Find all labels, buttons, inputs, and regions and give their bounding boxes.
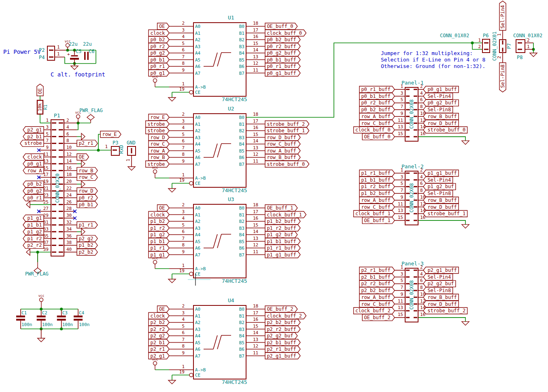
net-label-text: Sel-Pin4 [427, 93, 451, 99]
net-label-text: p0_g2_buff [267, 50, 296, 56]
gnd-symbol[interactable] [168, 189, 176, 192]
pin-number: 11 [398, 299, 403, 304]
net-label-text: p0_b1_buff [361, 93, 390, 99]
net-label-text: p2_g2_buf [267, 333, 293, 339]
pin-number: 30 [66, 213, 72, 218]
junction-dot [471, 42, 474, 44]
pin-name: A2 [195, 219, 200, 224]
net-label-text: p2_g2 [150, 333, 165, 339]
connector-reference: P3 [113, 140, 118, 146]
connector-p8-body[interactable] [516, 40, 525, 53]
gnd-symbol[interactable] [168, 279, 176, 283]
gnd-symbol[interactable] [462, 225, 469, 228]
pin-name: B4 [239, 333, 245, 339]
pwr-flag-symbol[interactable] [87, 114, 94, 120]
connector-p6-body[interactable] [482, 39, 490, 53]
pin-number: 17 [253, 28, 258, 33]
pin-number: 13 [253, 54, 258, 59]
pin-name: B7 [239, 162, 244, 167]
gnd-symbol[interactable] [38, 338, 45, 342]
pin-name: B1 [239, 212, 244, 218]
net-label-text: OE [159, 306, 165, 312]
pin-name: B6 [239, 347, 244, 352]
pin-name: A2 [195, 37, 200, 42]
pin-name: A3 [195, 135, 200, 140]
net-label-text: clock [150, 313, 165, 319]
pin-number: 26 [66, 199, 72, 205]
pin-number: 11 [398, 118, 403, 123]
gnd-symbol[interactable] [462, 322, 469, 325]
pin-number: 36 [66, 233, 72, 239]
gnd-symbol[interactable] [26, 249, 30, 255]
pin-number: 12 [253, 61, 258, 66]
pin-number: 17 [253, 119, 258, 124]
vcc-symbol[interactable] [153, 170, 157, 174]
cap-reference: C5 [76, 49, 81, 54]
net-label-text: strobe_buff_1 [427, 211, 465, 216]
vcc-symbol[interactable] [76, 115, 80, 119]
ic-value: 74HCT245 [222, 379, 247, 385]
net-label-text: p1_g2 [150, 232, 165, 237]
pin-name: A3 [195, 226, 200, 231]
gnd-symbol[interactable] [81, 133, 85, 140]
cap-value: 100n [79, 322, 90, 327]
net-label-text: p1_r1 [150, 245, 165, 251]
pin-number: 15 [398, 312, 403, 317]
pin-number: 2 [182, 112, 185, 117]
gnd-symbol[interactable] [530, 53, 537, 57]
net-label-text: OE_buff_1 [364, 218, 391, 223]
capacitor-c3[interactable] [57, 316, 66, 318]
capacitor-c2[interactable] [37, 316, 46, 318]
connector-value: RxD [119, 145, 124, 154]
pin-number: 14 [420, 305, 426, 310]
gnd-symbol[interactable] [26, 201, 30, 208]
pin-name: B1 [239, 122, 244, 127]
connector-reference: P6 [483, 33, 489, 38]
net-label-text: p1_r2_buff [361, 184, 390, 189]
net-label-text: p2_b1_buff [267, 340, 296, 345]
vcc-symbol[interactable] [40, 298, 43, 302]
schematic-canvas: OE2clock3p0_b24p0_r25p0_g26p0_b17p0_r18p… [0, 0, 548, 392]
capacitor-c6[interactable] [84, 52, 86, 60]
gnd-symbol[interactable] [128, 167, 135, 170]
capacitor-c4[interactable] [74, 316, 83, 318]
gnd-symbol[interactable] [71, 66, 78, 70]
wire [418, 220, 465, 225]
net-label-text: p1_r2 [150, 225, 165, 231]
connector-reference: Panel-3 [401, 261, 424, 267]
pin-name: A4 [195, 51, 201, 56]
net-label-text: row_D [150, 135, 165, 140]
net-label-text: strobe [147, 128, 165, 133]
capacitor-c5[interactable] [71, 55, 78, 57]
gnd-symbol[interactable] [462, 141, 469, 144]
pin-number: 14 [66, 159, 72, 164]
vcc-symbol[interactable] [153, 79, 157, 83]
capacitor-c1[interactable] [16, 316, 25, 318]
connector-value: CONN_02X20 [55, 174, 60, 203]
pin-name: B0 [239, 24, 244, 29]
pin-number: 4 [66, 125, 69, 130]
gnd-symbol[interactable] [81, 181, 85, 187]
net-label-text: clock_buff_2 [355, 308, 391, 314]
pin-number: 8 [182, 61, 185, 66]
connector-p2p4-body[interactable] [47, 46, 55, 60]
gnd-symbol[interactable] [168, 380, 176, 384]
net-label-text: Sel-Pin4 [427, 177, 451, 183]
pin-number: 2 [66, 118, 69, 123]
gnd-symbol[interactable] [81, 229, 85, 235]
pin-number: 10 [420, 292, 425, 297]
gnd-symbol[interactable] [81, 161, 85, 167]
net-label-text: clock [27, 154, 42, 160]
pin-name: B2 [239, 128, 244, 133]
vcc-symbol[interactable] [153, 362, 157, 365]
net-label-text: p1_g2 [27, 229, 42, 235]
pin-name: A2 [195, 128, 200, 133]
net-label-text: p0_g2 [27, 188, 42, 194]
pin-number: 28 [66, 206, 72, 211]
gnd-symbol[interactable] [168, 97, 176, 101]
vcc-symbol[interactable] [153, 261, 157, 264]
connector-p3-body[interactable] [111, 146, 119, 155]
pin-number: 5 [182, 222, 185, 228]
pin-number: 4 [182, 216, 185, 221]
net-label-text: row_D_buff [427, 301, 457, 307]
